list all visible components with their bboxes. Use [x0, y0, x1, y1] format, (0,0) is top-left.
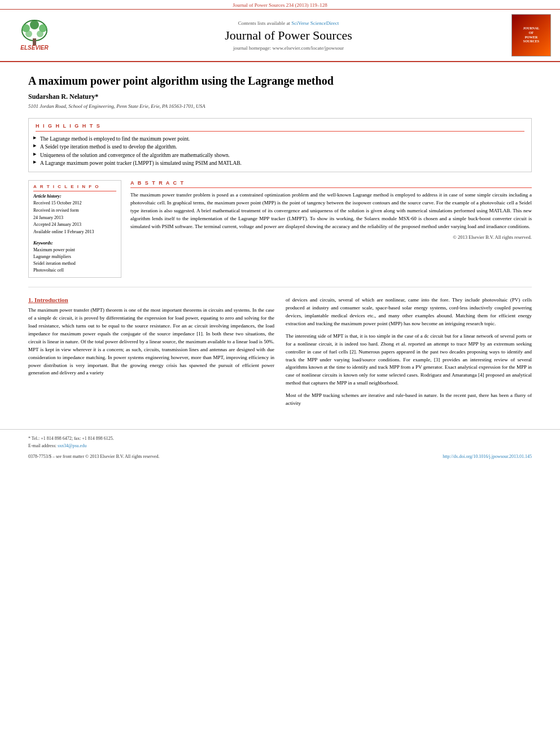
journal-cover-image: JOURNALOFPOWERSOURCES: [511, 14, 551, 56]
elsevier-tree-icon: ELSEVIER: [9, 19, 60, 52]
main-content: A maximum power point algorithm using th…: [0, 62, 560, 423]
footer: * Tel.: +1 814 898 6472; fax: +1 814 898…: [0, 429, 560, 466]
abstract-column: A B S T R A C T The maximum power transf…: [130, 180, 532, 278]
keyword-4: Photovoltaic cell: [33, 267, 116, 274]
highlight-item-4: A Lagrange maximum power point tracker (…: [36, 159, 524, 167]
copyright-line: © 2013 Elsevier B.V. All rights reserved…: [130, 234, 532, 240]
footnote-email-link[interactable]: sxn34@psu.edu: [58, 443, 86, 448]
section1-paragraph3: The interesting side of MPT is that, it …: [286, 333, 532, 388]
footer-bottom: 0378-7753/$ – see front matter © 2013 El…: [28, 453, 532, 461]
svg-point-4: [30, 20, 39, 29]
article-info-label: A R T I C L E I N F O: [33, 184, 116, 191]
author-affiliation: 5101 Jordan Road, School of Engineering,…: [28, 103, 532, 109]
highlight-item-3: Uniqueness of the solution and convergen…: [36, 151, 524, 159]
keywords-label: Keywords:: [33, 241, 116, 246]
article-history-label: Article history:: [33, 194, 116, 199]
journal-header: ELSEVIER Contents lists available at Sci…: [0, 10, 560, 62]
body-right-column: of devices and circuits, several of whic…: [286, 296, 532, 412]
footnote-tel: * Tel.: +1 814 898 6472; fax: +1 814 898…: [28, 435, 532, 443]
article-info-column: A R T I C L E I N F O Article history: R…: [28, 180, 121, 278]
keyword-1: Maximum power point: [33, 247, 116, 254]
section1-heading: 1. Introduction: [28, 296, 274, 303]
journal-title: Journal of Power Sources: [71, 28, 506, 43]
author-name: Sudarshan R. Nelatury*: [28, 93, 532, 101]
highlights-box: H I G H L I G H T S The Lagrange method …: [28, 118, 532, 172]
svg-point-6: [25, 30, 32, 37]
article-title: A maximum power point algorithm using th…: [28, 73, 532, 88]
journal-cover-block: JOURNALOFPOWERSOURCES: [506, 14, 551, 56]
highlight-item-1: The Lagrange method is employed to find …: [36, 135, 524, 143]
elsevier-logo: ELSEVIER: [9, 19, 71, 52]
footer-doi[interactable]: http://dx.doi.org/10.1016/j.jpowsour.201…: [443, 453, 532, 461]
journal-citation: Journal of Power Sources 234 (2013) 119–…: [233, 2, 327, 8]
journal-name-block: Contents lists available at SciVerse Sci…: [71, 20, 506, 51]
highlight-item-2: A Seidel type iteration method is used t…: [36, 143, 524, 151]
sciverse-line: Contents lists available at SciVerse Sci…: [71, 20, 506, 26]
section1-paragraph4: Most of the MPP tracking schemes are ite…: [286, 392, 532, 408]
keyword-2: Lagrange multipliers: [33, 254, 116, 260]
keyword-3: Seidel iteration method: [33, 260, 116, 267]
highlights-label: H I G H L I G H T S: [36, 123, 524, 132]
elsevier-logo-block: ELSEVIER: [9, 19, 71, 52]
sciverse-link[interactable]: SciVerse ScienceDirect: [291, 20, 339, 26]
footnote-email: E-mail address: sxn34@psu.edu: [28, 443, 532, 450]
abstract-label: A B S T R A C T: [130, 180, 532, 188]
article-info-box: A R T I C L E I N F O Article history: R…: [28, 180, 121, 278]
footer-issn: 0378-7753/$ – see front matter © 2013 El…: [28, 453, 160, 461]
info-abstract-section: A R T I C L E I N F O Article history: R…: [28, 180, 532, 278]
journal-homepage: journal homepage: www.elsevier.com/locat…: [71, 45, 506, 51]
svg-point-7: [37, 30, 43, 37]
journal-citation-bar: Journal of Power Sources 234 (2013) 119–…: [0, 0, 560, 10]
section1-paragraph1: The maximum power transfer (MPT) theorem…: [28, 307, 274, 377]
svg-text:ELSEVIER: ELSEVIER: [20, 45, 49, 51]
body-left-column: 1. Introduction The maximum power transf…: [28, 296, 274, 412]
body-section: 1. Introduction The maximum power transf…: [28, 296, 532, 412]
abstract-text: The maximum power transfer problem is po…: [130, 191, 532, 231]
section-divider: [28, 287, 532, 287]
article-dates: Received 15 October 2012 Received in rev…: [33, 200, 116, 236]
section1-paragraph2: of devices and circuits, several of whic…: [286, 296, 532, 328]
